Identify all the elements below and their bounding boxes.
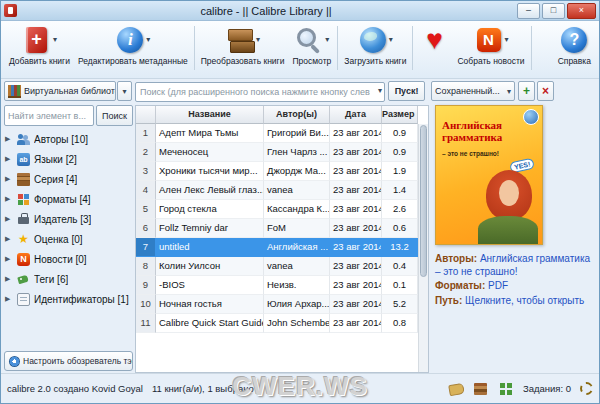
column-header-1[interactable]: Название <box>156 106 264 124</box>
column-header-2[interactable]: Автор(ы) <box>264 106 330 124</box>
convert-books-icon <box>225 25 255 55</box>
chevron-down-icon[interactable]: ▾ <box>53 35 57 44</box>
chevron-down-icon[interactable]: ▾ <box>256 35 260 44</box>
toolbar-button-get-books[interactable]: ▾Загрузить книги <box>340 23 410 67</box>
table-row[interactable]: 2МеченосецГлен Чарлз ...23 авг 20140.9 <box>136 143 428 162</box>
cover-browser-toggle-icon[interactable] <box>473 381 489 397</box>
cell-size: 0.6 <box>382 219 418 238</box>
virtual-library-button[interactable]: Виртуальная библиотека <box>4 81 116 101</box>
row-number: 11 <box>136 314 156 333</box>
expand-arrow-icon[interactable]: ▶ <box>5 135 13 143</box>
tag-browser-toggle-icon[interactable] <box>448 381 464 397</box>
sidebar-item-newsfeed[interactable]: ▶Новости [0] <box>4 249 133 269</box>
cover-grid-toggle-icon[interactable] <box>498 381 514 397</box>
corner-header[interactable] <box>136 106 156 124</box>
row-number: 10 <box>136 295 156 314</box>
toolbar-button-donate[interactable] <box>415 23 453 57</box>
detail-value-link[interactable]: PDF <box>488 280 508 291</box>
table-row[interactable]: 8Колин Уилсонvanea23 авг 20140.4 <box>136 257 428 276</box>
main-toolbar: ▾Добавить книги▾Редактировать метаданные… <box>1 21 599 79</box>
table-row[interactable]: 3Хроники тысячи мир...Джордж Ма...23 авг… <box>136 162 428 181</box>
toolbar-button-news[interactable]: ▾Собрать новости <box>453 23 528 67</box>
window-title: calibre - || Calibre Library || <box>17 5 515 17</box>
delete-search-button[interactable] <box>537 81 554 101</box>
toolbar-divider <box>194 26 195 70</box>
cell-title: untitled <box>156 238 264 257</box>
jobs-label[interactable]: Задания: 0 <box>523 383 571 394</box>
cell-title: Адепт Мира Тьмы <box>156 124 264 143</box>
save-search-button[interactable] <box>518 81 535 101</box>
chevron-down-icon[interactable]: ▾ <box>146 35 150 44</box>
chevron-down-icon: ▾ <box>507 87 511 96</box>
chevron-down-icon[interactable]: ▾ <box>389 35 393 44</box>
cell-authors: vanea <box>264 257 330 276</box>
column-header-3[interactable]: Дата <box>330 106 382 124</box>
configure-tag-browser-button[interactable]: Настроить обозреватель тэгов <box>4 351 133 371</box>
book-details-panel: Английская грамматика – это не страшно! … <box>431 105 597 371</box>
search-go-button[interactable]: Пуск! <box>388 81 425 101</box>
table-row[interactable]: 7untitledАнглийская ...23 авг 201413.2 <box>136 238 428 257</box>
table-body: 1Адепт Мира ТьмыГригорий Ви...23 авг 201… <box>136 124 428 333</box>
cell-authors: Глен Чарлз ... <box>264 143 330 162</box>
saved-search-combo[interactable]: Сохраненный... ▾ <box>431 81 515 101</box>
cell-title: Колин Уилсон <box>156 257 264 276</box>
find-button[interactable]: Поиск <box>96 105 133 126</box>
cell-date: 23 авг 2014 <box>330 276 382 295</box>
toolbar-button-view[interactable]: ▾Просмотр <box>288 23 335 67</box>
find-item-input[interactable] <box>4 105 94 126</box>
sidebar-label: Авторы [10] <box>34 134 88 145</box>
sidebar-item-series[interactable]: ▶Серия [4] <box>4 169 133 189</box>
column-header-4[interactable]: Размер (МБ) <box>382 106 418 124</box>
toolbar-label: Просмотр <box>292 56 331 66</box>
chevron-down-icon[interactable]: ▾ <box>505 35 509 44</box>
sidebar-item-formats[interactable]: ▶Форматы [4] <box>4 189 133 209</box>
row-number: 6 <box>136 219 156 238</box>
titlebar[interactable]: calibre - || Calibre Library || – □ × <box>1 1 599 21</box>
detail-label: Форматы: <box>435 280 485 291</box>
statusbar-version: calibre 2.0 создано Kovid Goyal <box>7 383 143 394</box>
search-input[interactable] <box>135 82 385 102</box>
expand-arrow-icon[interactable]: ▶ <box>5 155 13 163</box>
chevron-down-icon: ▾ <box>122 87 126 96</box>
detail-value-link[interactable]: Щелкните, чтобы открыть <box>465 295 584 306</box>
table-row[interactable]: 10Ночная гостьяЮлия Архар...23 авг 20145… <box>136 295 428 314</box>
table-row[interactable]: 4Ален Лекс Левый глаз...vanea23 авг 2014… <box>136 181 428 200</box>
sidebar-item-authors[interactable]: ▶Авторы [10] <box>4 129 133 149</box>
table-row[interactable]: 6Follz Temniy darFoM23 авг 20140.6 <box>136 219 428 238</box>
tag-browser-sidebar: ▶Авторы [10]▶Языки [2]▶Серия [4]▶Форматы… <box>4 129 133 347</box>
cell-date: 23 авг 2014 <box>330 162 382 181</box>
minimize-button[interactable]: – <box>517 3 540 19</box>
table-scrollbar[interactable] <box>418 124 428 372</box>
table-row[interactable]: 11Calibre Quick Start GuideJohn Schember… <box>136 314 428 333</box>
saved-search-label: Сохраненный... <box>435 86 507 96</box>
sidebar-item-publisher[interactable]: ▶Издатель [3] <box>4 209 133 229</box>
expand-arrow-icon[interactable]: ▶ <box>5 255 13 263</box>
sidebar-item-tags[interactable]: ▶Теги [6] <box>4 269 133 289</box>
expand-arrow-icon[interactable]: ▶ <box>5 235 13 243</box>
sidebar-item-rating[interactable]: ▶Оценка [0] <box>4 229 133 249</box>
jobs-spinner-icon[interactable] <box>580 382 593 395</box>
expand-arrow-icon[interactable]: ▶ <box>5 175 13 183</box>
sidebar-item-identifiers[interactable]: ▶Идентификаторы [1] <box>4 289 133 309</box>
chevron-down-icon[interactable]: ▾ <box>325 35 329 44</box>
maximize-button[interactable]: □ <box>542 3 565 19</box>
toolbar-button-convert-books[interactable]: ▾Преобразовать книги <box>197 23 289 67</box>
table-row[interactable]: 9-BIOSНеизв.23 авг 20140.1 <box>136 276 428 295</box>
toolbar-button-edit-metadata[interactable]: ▾Редактировать метаданные <box>74 23 192 67</box>
close-button[interactable]: × <box>567 3 596 19</box>
table-row[interactable]: 1Адепт Мира ТьмыГригорий Ви...23 авг 201… <box>136 124 428 143</box>
expand-arrow-icon[interactable]: ▶ <box>5 195 13 203</box>
cell-date: 23 авг 2014 <box>330 314 382 333</box>
sidebar-item-languages[interactable]: ▶Языки [2] <box>4 149 133 169</box>
toolbar-button-help[interactable]: Справка <box>554 23 595 67</box>
expand-arrow-icon[interactable]: ▶ <box>5 215 13 223</box>
cell-date: 23 авг 2014 <box>330 219 382 238</box>
scrollbar-thumb[interactable] <box>420 125 427 277</box>
expand-arrow-icon[interactable]: ▶ <box>5 295 13 303</box>
book-cover[interactable]: Английская грамматика – это не страшно! … <box>435 105 543 245</box>
toolbar-button-add-books[interactable]: ▾Добавить книги <box>5 23 74 67</box>
virtual-library-dropdown[interactable]: ▾ <box>117 81 132 101</box>
expand-arrow-icon[interactable]: ▶ <box>5 275 13 283</box>
table-row[interactable]: 5Город стеклаКассандра К...23 авг 20142.… <box>136 200 428 219</box>
search-history-dropdown-icon[interactable]: ▾ <box>378 86 382 95</box>
